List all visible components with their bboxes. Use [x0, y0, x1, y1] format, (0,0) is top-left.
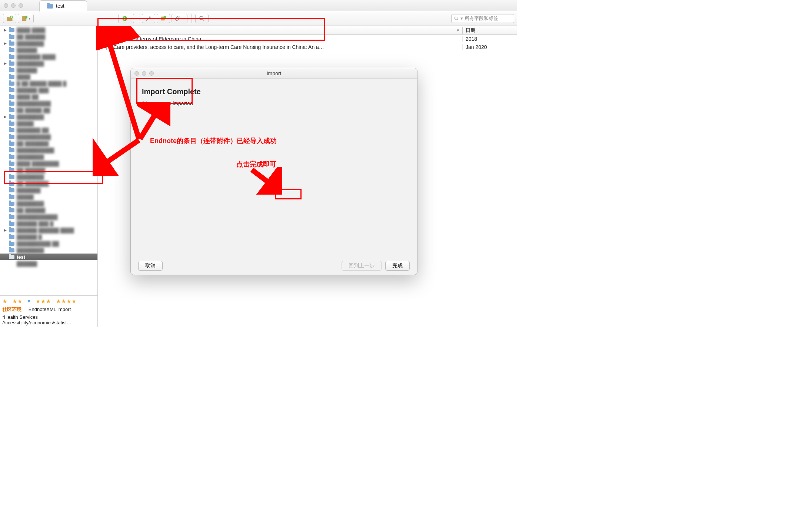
document-icon	[106, 44, 111, 50]
search-input[interactable]: ▾ 所有字段和标签	[451, 14, 514, 23]
cancel-button[interactable]: 取消	[138, 261, 163, 271]
dialog-subtext: 2 items were imported	[142, 100, 406, 106]
window-tab[interactable]: test	[39, 0, 87, 11]
item-date: Jan 2020	[462, 44, 517, 50]
tag-selector[interactable]: ★ ★★ ♥ ★★★ ★★★★ 社区环境 _EndnoteXML import …	[0, 296, 97, 327]
dialog-close-icon[interactable]	[134, 71, 139, 76]
close-icon[interactable]	[4, 3, 8, 8]
item-title: Care providers, access to care, and the …	[113, 44, 324, 50]
sort-arrow-icon: ▾	[457, 27, 459, 33]
attachment-button[interactable]: ▾	[172, 14, 187, 23]
document-icon	[106, 36, 111, 42]
new-collection-button[interactable]	[3, 14, 16, 23]
tab-title: test	[56, 3, 64, 9]
advanced-search-button[interactable]	[195, 14, 209, 23]
item-row[interactable]: ▶ Gender Patterns of Eldercare in China …	[98, 35, 517, 43]
back-button: 回到上一步	[342, 261, 382, 271]
item-date: 2018	[462, 36, 517, 42]
column-header[interactable]: 标题 ▾ 日期	[98, 26, 517, 35]
traffic-lights	[4, 3, 23, 8]
titlebar: test	[0, 0, 517, 11]
dialog-titlebar: Import	[131, 68, 417, 79]
svg-point-6	[200, 16, 203, 20]
zoom-icon[interactable]	[19, 3, 23, 8]
retrieve-metadata-button[interactable]	[157, 14, 170, 23]
col-title-label: 标题	[102, 27, 111, 34]
dialog-zoom-icon[interactable]	[149, 71, 154, 76]
item-row[interactable]: ▶ Care providers, access to care, and th…	[98, 43, 517, 51]
tag-text-2[interactable]: *Health Services Accessibility/economics…	[2, 314, 95, 325]
dialog-heading: Import Complete	[142, 87, 406, 96]
dialog-minimize-icon[interactable]	[142, 71, 146, 76]
item-title: Gender Patterns of Eldercare in China	[113, 36, 201, 42]
minimize-icon[interactable]	[11, 3, 16, 8]
import-dialog: Import Import Complete 2 items were impo…	[130, 68, 417, 275]
tag-text[interactable]: _EndnoteXML import	[26, 307, 71, 312]
tag-orange[interactable]: 社区环境	[2, 307, 21, 312]
disclosure-icon[interactable]: ▶	[102, 45, 104, 49]
disclosure-icon[interactable]: ▶	[102, 37, 104, 41]
new-item-button[interactable]: ▾	[118, 14, 134, 23]
collection-tree[interactable]: ▶████ ████ ██ ██████ ▶████████ ██████ ██…	[0, 26, 97, 294]
search-icon	[454, 16, 459, 21]
sidebar-item-label: test	[17, 254, 25, 260]
search-placeholder: 所有字段和标签	[465, 15, 498, 22]
toolbar: ▾ ▾ ▾ ▾ 所有字段和标签	[0, 11, 517, 26]
sidebar-item-test[interactable]: test	[0, 254, 97, 260]
svg-point-2	[25, 16, 28, 19]
folder-icon	[47, 4, 53, 9]
svg-point-5	[163, 16, 166, 19]
col-date-label: 日期	[462, 27, 517, 34]
wand-button[interactable]	[142, 14, 155, 23]
svg-point-7	[455, 17, 457, 19]
search-wrap: ▾ 所有字段和标签	[210, 14, 514, 23]
new-library-button[interactable]: ▾	[18, 14, 34, 23]
sidebar: ▶████ ████ ██ ██████ ▶████████ ██████ ██…	[0, 26, 98, 327]
done-button[interactable]: 完成	[385, 261, 410, 271]
dialog-title-text: Import	[267, 70, 282, 76]
